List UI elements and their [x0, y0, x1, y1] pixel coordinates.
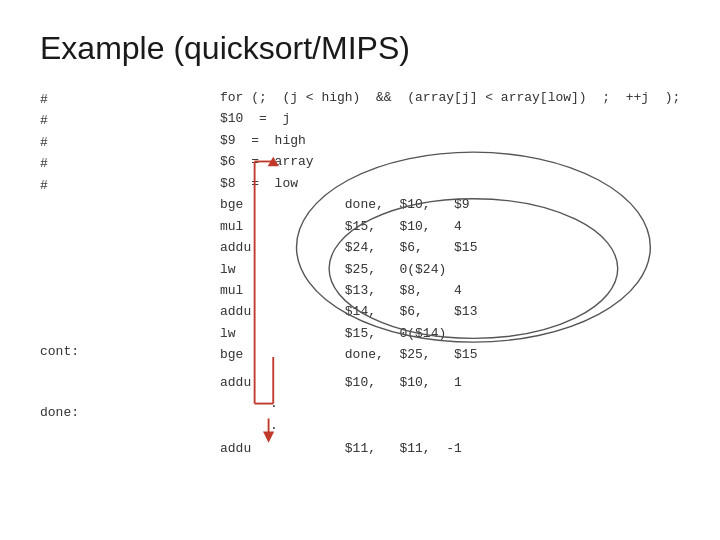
code-line-3: $6 = array: [220, 151, 680, 172]
code-line-1: $10 = j: [220, 108, 680, 129]
hash-5: #: [40, 175, 220, 196]
code-line-6: mul $15, $10, 4: [220, 216, 680, 237]
code-line-12: bge done, $25, $15: [220, 344, 680, 365]
code-line-9: mul $13, $8, 4: [220, 280, 680, 301]
page-title: Example (quicksort/MIPS): [0, 0, 720, 87]
code-line-4: $8 = low: [220, 173, 680, 194]
code-line-10: addu $14, $6, $13: [220, 301, 680, 322]
ellipsis-2: .: [270, 415, 680, 436]
code-line-5: bge done, $10, $9: [220, 194, 680, 215]
cont-label: cont:: [40, 344, 220, 359]
code-line-2: $9 = high: [220, 130, 680, 151]
code-line-11: lw $15, 0($14): [220, 323, 680, 344]
left-labels: # # # # # cont: done:: [40, 87, 220, 459]
hash-3: #: [40, 132, 220, 153]
cont-addu: addu $10, $10, 1: [220, 372, 680, 393]
hash-2: #: [40, 110, 220, 131]
ellipsis-1: .: [270, 393, 680, 414]
hash-1: #: [40, 89, 220, 110]
done-label: done:: [40, 405, 220, 420]
code-line-7: addu $24, $6, $15: [220, 237, 680, 258]
code-line-0: for (; (j < high) && (array[j] < array[l…: [220, 87, 680, 108]
hash-labels: # # # # #: [40, 87, 220, 196]
code-line-8: lw $25, 0($24): [220, 259, 680, 280]
done-addu: addu $11, $11, -1: [220, 438, 680, 459]
code-column: for (; (j < high) && (array[j] < array[l…: [220, 87, 680, 459]
hash-4: #: [40, 153, 220, 174]
content-area: # # # # # cont: done: for (; (j < high) …: [0, 87, 720, 459]
